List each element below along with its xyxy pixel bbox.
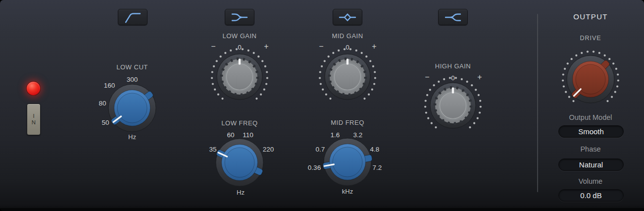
console-eq-panel: I N LOW CUT 300 160 80 50 Hz LOW GAIN − …: [0, 0, 644, 211]
output-model-value: Smooth: [578, 127, 604, 136]
high-shelf-filter-button[interactable]: [438, 9, 468, 25]
low-cut-filter-button[interactable]: [118, 9, 148, 25]
low-gain-label: LOW GAIN: [222, 32, 256, 40]
in-button[interactable]: I N: [27, 104, 41, 135]
mid-gain-label: MID GAIN: [332, 32, 363, 40]
volume-label: Volume: [579, 177, 602, 185]
volume-value: 0.0 dB: [580, 191, 601, 200]
output-model-label: Output Model: [569, 113, 612, 121]
power-led-indicator: [26, 81, 41, 96]
output-title: OUTPUT: [573, 12, 607, 21]
mid-gain-knob[interactable]: [316, 45, 379, 108]
low-freq-knob[interactable]: [208, 131, 271, 194]
high-gain-knob[interactable]: [421, 74, 485, 137]
low-freq-label: LOW FREQ: [221, 119, 257, 127]
in-button-label-i: I: [33, 113, 34, 119]
mid-freq-label: MID FREQ: [331, 119, 364, 126]
drive-knob[interactable]: [559, 48, 622, 111]
low-gain-knob[interactable]: [208, 45, 271, 108]
bottom-bar: [0, 208, 644, 211]
output-section-divider: [537, 14, 538, 192]
in-button-label-n: N: [32, 119, 36, 126]
phase-label: Phase: [580, 145, 600, 153]
volume-field[interactable]: 0.0 dB: [558, 189, 624, 202]
bell-icon: [337, 10, 358, 25]
lowshelf-icon: [229, 10, 250, 25]
phase-value: Natural: [579, 160, 603, 169]
low-shelf-filter-button[interactable]: [225, 9, 254, 25]
mid-bell-filter-button[interactable]: [333, 9, 362, 25]
mid-freq-knob[interactable]: [316, 130, 379, 194]
drive-label: DRIVE: [580, 35, 601, 42]
low-cut-knob[interactable]: [100, 76, 164, 140]
low-cut-label: LOW CUT: [116, 63, 148, 71]
output-model-select[interactable]: Smooth: [558, 125, 624, 138]
highpass-icon: [122, 10, 144, 25]
high-gain-label: HIGH GAIN: [435, 62, 471, 70]
highshelf-icon: [442, 10, 464, 25]
phase-select[interactable]: Natural: [558, 158, 624, 171]
